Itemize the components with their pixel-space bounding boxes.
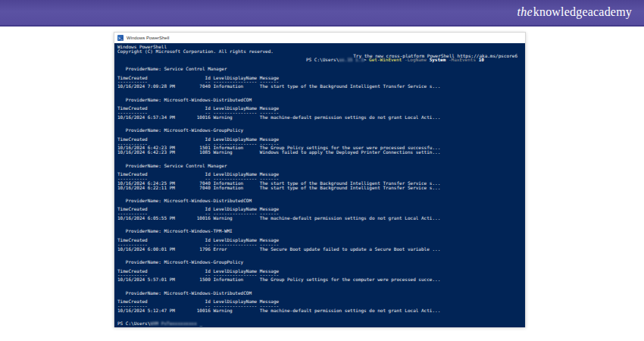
window-title: Windows PowerShell (127, 36, 169, 40)
redacted-username: us.15 1.1 (339, 57, 364, 62)
value-system: System (430, 57, 446, 62)
powershell-window: >_ Windows PowerShell Windows PowerShell… (114, 32, 526, 327)
value-maxevents: 10 (479, 57, 484, 62)
brand-header: theknowledgeacademy (0, 0, 644, 27)
text-cursor: _ (199, 321, 202, 326)
knowledge-academy-logo: theknowledgeacademy (517, 5, 632, 19)
final-redacted-path: WXM PxTexxxxxxxxx (150, 321, 196, 326)
logo-rest: knowledgeacademy (533, 5, 632, 18)
powershell-icon: >_ (117, 35, 123, 41)
prompt-prefix: PS C:\Users\ (306, 57, 339, 62)
param-logname: -LogName (405, 57, 427, 62)
logo-the: the (517, 5, 533, 18)
console-output-area[interactable]: Windows PowerShell Copyright (C) Microso… (114, 43, 525, 327)
window-titlebar[interactable]: >_ Windows PowerShell (114, 33, 525, 43)
command-name: Get-WinEvent (369, 57, 402, 62)
event-log-output: ProviderName: Service Control Manager Ti… (117, 67, 522, 321)
final-prompt-line[interactable]: PS C:\Users\WXM PxTexxxxxxxxx _ (117, 321, 522, 326)
final-prompt-prefix: PS C:\Users\ (117, 321, 150, 326)
param-maxevents: -MaxEvents (449, 57, 476, 62)
